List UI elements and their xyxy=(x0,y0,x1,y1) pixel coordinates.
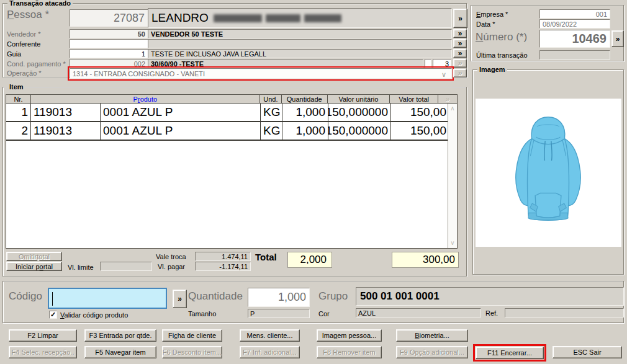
f7-inf-adicional-button: F7 Inf. adicional... xyxy=(240,346,300,358)
numero-field[interactable]: 10469 xyxy=(539,30,610,48)
column-header-valor-unitario[interactable]: Valor unitário xyxy=(328,95,390,103)
cond-pagamento-label: Cond. pagamento * xyxy=(7,60,66,68)
codigo-expand-button[interactable]: » xyxy=(173,290,187,308)
table-row[interactable]: 2 119013 0001 AZUL P KG 1,000 150,000000… xyxy=(6,122,449,141)
guia-expand-button[interactable]: » xyxy=(453,49,467,58)
data-field[interactable]: 08/09/2022 xyxy=(539,19,610,29)
vendedor-desc-field: VENDEDOR 50 TESTE xyxy=(148,29,452,38)
mens-cliente-button[interactable]: Mens. cliente... xyxy=(240,329,300,342)
ficha-de-cliente-button[interactable]: Ficha de cliente xyxy=(162,329,222,342)
f8-remover-item-button: F8 Remover item xyxy=(317,346,382,358)
grupo-label: Grupo xyxy=(318,292,348,300)
codigo-input[interactable] xyxy=(48,288,167,309)
guia-code-field[interactable]: 1 xyxy=(70,49,148,58)
item-groupbox-title: Item xyxy=(7,83,25,91)
quantidade-label: Quantidade xyxy=(188,292,243,300)
header-right-panel: Empresa * 001 Data * 08/09/2022 Número (… xyxy=(471,5,624,61)
f5-navegar-item-button[interactable]: F5 Navegar item xyxy=(84,346,156,358)
ultima-transacao-label: Última transação xyxy=(476,51,528,60)
scroll-down-icon[interactable]: ∨ xyxy=(448,240,457,246)
validar-checkbox[interactable]: ✓ xyxy=(49,311,57,319)
cell-und: KG xyxy=(261,122,282,140)
redacted-text xyxy=(214,14,341,22)
hoodie-image xyxy=(505,111,592,232)
vendedor-code-field[interactable]: 50 xyxy=(70,29,148,38)
cond-pagamento-parcelas-field[interactable]: 3 xyxy=(433,59,451,68)
column-header-produto[interactable]: Produto xyxy=(31,95,260,103)
vl-pagar-field: -1.174,11 xyxy=(195,262,251,271)
chevron-down-icon[interactable]: ∨ xyxy=(441,71,446,79)
cell-nr: 2 xyxy=(6,122,31,140)
validar-checkbox-label: Validar código produto xyxy=(60,311,128,319)
vendedor-label: Vendedor * xyxy=(7,30,40,38)
pessoa-expand-button[interactable]: » xyxy=(453,9,467,28)
item-grid: Nr. Produto Und. Quantidade Valor unitár… xyxy=(6,94,458,249)
operacao-expand-button: » xyxy=(453,69,467,78)
f11-encerrar-button[interactable]: F11 Encerrar... xyxy=(476,347,544,359)
vale-troca-field: 1.474,11 xyxy=(195,252,251,261)
cond-pagamento-expand-button: » xyxy=(453,59,467,68)
empresa-field[interactable]: 001 xyxy=(539,9,610,19)
ultima-transacao-field xyxy=(539,50,610,60)
cond-pagamento-code-field[interactable]: 002 xyxy=(70,59,148,68)
ref-label: Ref. xyxy=(485,309,498,317)
pessoa-name-visible: LEANDRO xyxy=(151,11,209,25)
conferente-code-field[interactable] xyxy=(70,39,148,48)
cell-quantidade: 1,000 xyxy=(282,104,328,121)
cell-valor-unitario: 150,000000 xyxy=(328,104,391,121)
cond-pagamento-desc-field: 30/60/90 -TESTE xyxy=(148,59,423,68)
column-header-nr[interactable]: Nr. xyxy=(6,95,31,103)
vendedor-expand-button[interactable]: » xyxy=(453,29,467,38)
entrada-panel: Código » ✓ Validar código produto Quanti… xyxy=(2,281,624,323)
cor-label: Cor xyxy=(318,310,330,318)
f2-limpar-button[interactable]: F2 Limpar xyxy=(9,329,77,342)
pessoa-label: Pessoa * xyxy=(7,11,49,19)
table-row[interactable]: 1 119013 0001 AZUL P KG 1,000 150,000000… xyxy=(6,104,449,122)
cell-valor-unitario: 150,000000 xyxy=(328,122,391,140)
operacao-combobox[interactable]: 1314 - ENTRADA CONSIGNADO - VANETI ∨ xyxy=(70,68,452,79)
data-label: Data * xyxy=(476,20,495,29)
esc-sair-button[interactable]: ESC Sair xyxy=(553,346,622,358)
operacao-value: 1314 - ENTRADA CONSIGNADO - VANETI xyxy=(73,70,205,78)
cell-codigo: 119013 xyxy=(31,122,101,140)
vl-pagar-label: Vl. pagar xyxy=(158,263,185,271)
guia-label: Guia xyxy=(7,50,21,58)
vl-limite-field xyxy=(100,262,152,271)
imagem-groupbox: Imagem xyxy=(472,69,624,275)
item-grid-body: 1 119013 0001 AZUL P KG 1,000 150,000000… xyxy=(6,104,449,141)
omitir-total-button: Omitir total xyxy=(6,252,62,261)
biometria-button[interactable]: Biometria... xyxy=(396,329,468,342)
empresa-label: Empresa * xyxy=(476,11,508,19)
column-header-valor-total[interactable]: Valor total xyxy=(390,95,438,103)
total-quantidade-field: 2,000 xyxy=(287,252,332,268)
iniciar-portal-button[interactable]: Iniciar portal xyxy=(6,262,62,271)
grid-expand-button: » xyxy=(438,95,457,103)
grupo-field: 500 01 001 0001 xyxy=(356,287,624,306)
column-header-quantidade[interactable]: Quantidade xyxy=(282,95,328,103)
conferente-expand-button[interactable]: » xyxy=(453,39,467,48)
guia-desc-field: TESTE DE INCLUSAO JAVA LEGALL xyxy=(148,49,452,58)
pessoa-code-field[interactable]: 27087 xyxy=(70,9,148,27)
cell-nr: 1 xyxy=(6,104,31,121)
transacao-atacado-window: Transação atacado Pessoa * 27087 LEANDRO… xyxy=(0,0,627,364)
imagem-pessoa-button[interactable]: Imagem pessoa... xyxy=(317,329,382,342)
cell-valor-total: 150,00 xyxy=(391,104,449,121)
f3-entrada-por-qtde-button[interactable]: F3 Entrada por qtde. xyxy=(84,329,156,342)
vl-limite-label: Vl. limite xyxy=(68,264,94,272)
cell-descricao: 0001 AZUL P xyxy=(101,104,261,121)
f6-desconto-item-button: F6 Desconto item... xyxy=(162,346,222,358)
scroll-up-icon[interactable]: ∧ xyxy=(448,105,457,112)
transacao-groupbox: Transação atacado Pessoa * 27087 LEANDRO… xyxy=(2,3,467,78)
numero-expand-button[interactable]: » xyxy=(611,30,624,47)
f4-selec-recepcao-button: F4 Selec. recepção.. xyxy=(9,346,77,358)
text-caret xyxy=(52,292,53,306)
cell-codigo: 119013 xyxy=(31,104,101,121)
cell-und: KG xyxy=(261,104,282,121)
column-header-und[interactable]: Und. xyxy=(260,95,282,103)
codigo-label: Código xyxy=(9,292,42,300)
item-groupbox: Item Nr. Produto Und. Quantidade Valor u… xyxy=(2,87,467,277)
grid-scrollbar[interactable]: ∧ ∨ xyxy=(448,104,457,248)
ref-field xyxy=(505,308,624,317)
operacao-label: Operação * xyxy=(7,69,42,78)
quantidade-field[interactable]: 1,000 xyxy=(248,288,310,307)
